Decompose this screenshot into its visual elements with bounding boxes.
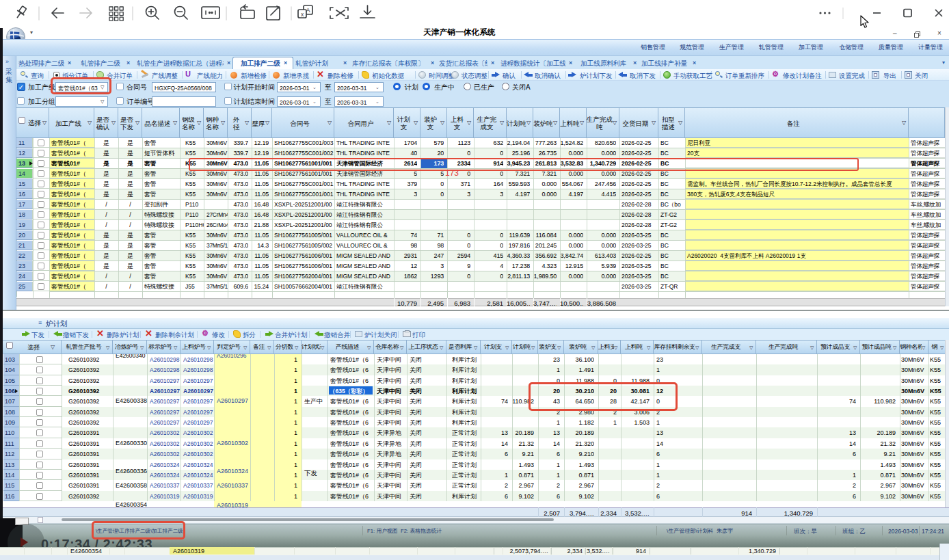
svg-text:▾: ▾ xyxy=(30,29,33,36)
